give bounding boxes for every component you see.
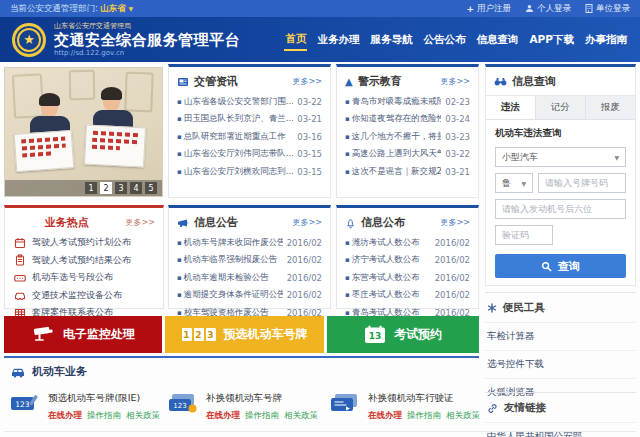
register-link[interactable]: + 用户注册 — [466, 3, 511, 15]
org-login-link[interactable]: 单位登录 — [585, 3, 630, 15]
nav-announcements[interactable]: 公告公布 — [422, 29, 466, 50]
news-item[interactable]: 山东省各级公安交警部门围...03-22 — [177, 93, 322, 111]
news-item[interactable]: 这次不是谣言｜新交规2016...03-21 — [345, 163, 470, 181]
related-policy-link[interactable]: 相关政策 — [446, 410, 480, 422]
tools-header: 便民工具 — [485, 292, 636, 322]
hot-item[interactable]: 驾驶人考试预约计划公布 — [5, 234, 163, 252]
pager-4[interactable]: 4 — [130, 182, 142, 194]
friend-link-mps[interactable]: 中华人民共和国公安部 — [485, 422, 636, 437]
news-title: 总队研究部署近期重点工作 — [177, 131, 293, 143]
news-title: 山东省公安厅刘伟同志带队... — [177, 148, 293, 160]
nav-business[interactable]: 业务办理 — [316, 29, 360, 50]
e-surveillance-banner[interactable]: 电子监控处理 — [4, 316, 162, 353]
pager-3[interactable]: 3 — [115, 182, 127, 194]
news-title: 山东省各级公安交警部门围... — [177, 96, 293, 108]
photo-carousel[interactable]: 1 2 3 4 5 — [4, 67, 163, 197]
online-handle-link[interactable]: 在线办理 — [368, 410, 402, 422]
news-item[interactable]: 田玉国总队长到京沪、青兰...03-21 — [177, 111, 322, 129]
more-link[interactable]: 更多>> — [126, 217, 155, 228]
news-item[interactable]: 这几个地方不擦干，将损失...03-23 — [345, 128, 470, 146]
operation-guide-link[interactable]: 操作指南 — [407, 410, 441, 422]
query-submit-button[interactable]: 查询 — [495, 254, 626, 278]
news-item[interactable]: 你知道夜驾存在的危险性吗？03-24 — [345, 111, 470, 129]
tool-plate-control-download[interactable]: 选号控件下载 — [485, 350, 636, 378]
panel-header: 信息公布 更多>> — [337, 208, 478, 234]
pager-2[interactable]: 2 — [100, 182, 112, 194]
plate-replace-icon: 123 — [168, 392, 198, 414]
banner-label: 考试预约 — [394, 326, 442, 343]
nav-service-guide[interactable]: 服务导航 — [369, 29, 413, 50]
panel-header: 信息公告 更多>> — [169, 208, 330, 234]
handheld-sign — [14, 130, 75, 172]
notice-title: 机动车临界强制报废公告 — [177, 254, 283, 266]
more-link[interactable]: 更多>> — [293, 76, 322, 87]
register-label: 用户注册 — [477, 3, 511, 15]
notice-item[interactable]: 潍坊考试人数公布2016/02 — [345, 234, 470, 252]
service-text: 预选机动车号牌(限IE) 在线办理 操作指南 相关政策 — [48, 392, 160, 422]
news-title: 山东省公安厅刘横欢同志到... — [177, 166, 293, 178]
query-tabs: 违法 记分 报废 — [486, 95, 635, 120]
personal-login-link[interactable]: 个人登录 — [525, 3, 571, 15]
plate-preselect-banner[interactable]: 1 2 3 预选机动车号牌 — [165, 316, 324, 353]
operation-guide-link[interactable]: 操作指南 — [245, 410, 279, 422]
tab-points[interactable]: 记分 — [536, 96, 586, 119]
friend-links-title: 友情链接 — [504, 401, 546, 415]
megaphone-icon — [177, 217, 189, 229]
tab-violation[interactable]: 违法 — [486, 96, 536, 119]
service-title: 补换领机动车行驶证 — [368, 392, 480, 405]
notice-list: 潍坊考试人数公布2016/02 济宁考试人数公布2016/02 东营考试人数公布… — [337, 234, 478, 322]
news-title: 你知道夜驾存在的危险性吗？ — [345, 113, 441, 125]
site-url: http://sd.122.gov.cn — [54, 49, 240, 57]
service-replace-plate[interactable]: 123 补换领机动车号牌 在线办理 操作指南 相关政策 — [168, 392, 322, 422]
tools-panel: 便民工具 车检计算器 选号控件下载 火狐浏览器 — [485, 292, 636, 406]
current-dept-value[interactable]: 山东省 — [100, 3, 126, 15]
notice-item[interactable]: 机动车逾期未检验公告2016/02 — [177, 269, 322, 287]
notice-item[interactable]: 枣庄考试人数公布2016/02 — [345, 287, 470, 305]
user-icon — [525, 4, 534, 13]
notice-item[interactable]: 机动车号牌未收回作废公告2016/02 — [177, 234, 322, 252]
news-date: 03-24 — [445, 114, 470, 124]
news-item[interactable]: 山东省公安厅刘横欢同志到...03-15 — [177, 163, 322, 181]
banner-label: 预选机动车号牌 — [224, 326, 308, 343]
notice-item[interactable]: 机动车临界强制报废公告2016/02 — [177, 252, 322, 270]
panel-title: 信息查询 — [512, 74, 556, 89]
plate-number-input[interactable] — [538, 173, 626, 193]
notice-item[interactable]: 济宁考试人数公布2016/02 — [345, 252, 470, 270]
nav-handbook[interactable]: 办事指南 — [584, 29, 628, 50]
notice-item[interactable]: 逾期提交身体条件证明公告2016/02 — [177, 287, 322, 305]
panel-header: 业务热点 更多>> — [5, 208, 163, 234]
notice-list: 机动车号牌未收回作废公告2016/02 机动车临界强制报废公告2016/02 机… — [169, 234, 330, 322]
news-item[interactable]: 总队研究部署近期重点工作03-16 — [177, 128, 322, 146]
service-replace-registration[interactable]: 补换领机动车行驶证 在线办理 操作指南 相关政策 — [330, 392, 480, 422]
pager-1[interactable]: 1 — [85, 182, 97, 194]
more-link[interactable]: 更多>> — [441, 76, 470, 87]
online-handle-link[interactable]: 在线办理 — [48, 410, 82, 422]
service-preselect-plate[interactable]: 123 预选机动车号牌(限IE) 在线办理 操作指南 相关政策 — [10, 392, 162, 422]
hot-item[interactable]: 驾驶人考试预约结果公布 — [5, 252, 163, 270]
tool-vehicle-check-calculator[interactable]: 车检计算器 — [485, 322, 636, 350]
hot-item[interactable]: 交通技术监控设备公布 — [5, 287, 163, 305]
engine-number-input[interactable] — [495, 199, 626, 219]
exam-plan-calendar-icon — [14, 237, 26, 249]
nav-app-download[interactable]: APP下载 — [528, 29, 575, 50]
more-link[interactable]: 更多>> — [441, 217, 470, 228]
vehicle-type-select[interactable]: 小型汽车 ▼ — [495, 147, 626, 167]
exam-booking-banner[interactable]: 13 考试预约 — [327, 316, 479, 353]
captcha-input[interactable] — [495, 225, 553, 245]
news-item[interactable]: 青岛市对吸毒成瘾未戒除人...02-23 — [345, 93, 470, 111]
pager-5[interactable]: 5 — [145, 182, 157, 194]
newspaper-icon — [177, 76, 189, 88]
plate-prefix-select[interactable]: 鲁 ▼ — [495, 173, 533, 193]
operation-guide-link[interactable]: 操作指南 — [87, 410, 121, 422]
nav-info-query[interactable]: 信息查询 — [475, 29, 519, 50]
hot-item[interactable]: 机动车选号号段公布 — [5, 269, 163, 287]
tab-scrap[interactable]: 报废 — [586, 96, 635, 119]
nav-home[interactable]: 首页 — [284, 28, 307, 51]
online-handle-link[interactable]: 在线办理 — [206, 410, 240, 422]
more-link[interactable]: 更多>> — [293, 217, 322, 228]
news-item[interactable]: 山东省公安厅刘伟同志带队...03-15 — [177, 146, 322, 164]
related-policy-link[interactable]: 相关政策 — [284, 410, 318, 422]
news-item[interactable]: 高速公路上遇到大风天气应...03-22 — [345, 146, 470, 164]
notice-item[interactable]: 东营考试人数公布2016/02 — [345, 269, 470, 287]
related-policy-link[interactable]: 相关政策 — [126, 410, 160, 422]
